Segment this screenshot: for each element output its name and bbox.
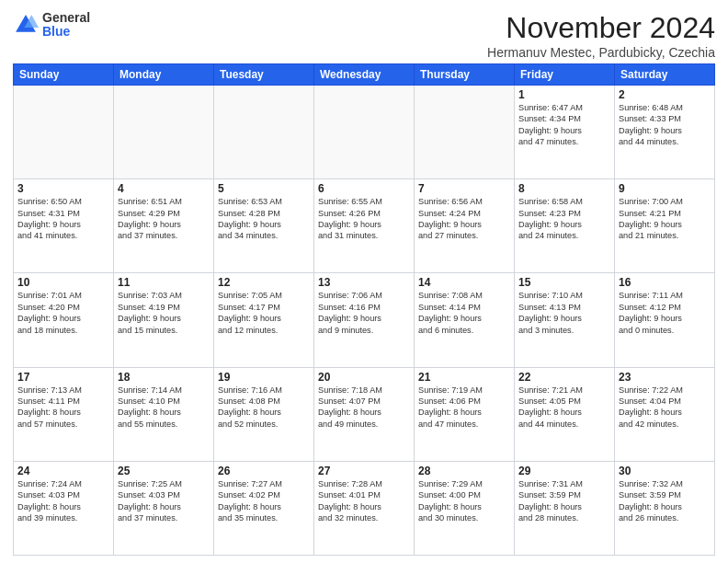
day-number: 17: [17, 371, 109, 384]
logo-text: General Blue: [42, 11, 90, 40]
day-info: Sunrise: 7:29 AMSunset: 4:00 PMDaylight:…: [418, 478, 510, 524]
calendar-header: Sunday Monday Tuesday Wednesday Thursday…: [14, 64, 715, 86]
calendar-cell: 26Sunrise: 7:27 AMSunset: 4:02 PMDayligh…: [214, 461, 314, 555]
day-number: 6: [318, 182, 410, 195]
calendar-cell: 28Sunrise: 7:29 AMSunset: 4:00 PMDayligh…: [415, 461, 515, 555]
day-info: Sunrise: 7:32 AMSunset: 3:59 PMDaylight:…: [619, 478, 711, 524]
col-thursday: Thursday: [415, 64, 515, 86]
col-friday: Friday: [515, 64, 615, 86]
day-info: Sunrise: 7:13 AMSunset: 4:11 PMDaylight:…: [17, 385, 109, 431]
day-info: Sunrise: 7:28 AMSunset: 4:01 PMDaylight:…: [318, 478, 410, 524]
calendar-table: Sunday Monday Tuesday Wednesday Thursday…: [13, 63, 715, 556]
day-info: Sunrise: 6:58 AMSunset: 4:23 PMDaylight:…: [518, 196, 610, 242]
calendar-cell: 10Sunrise: 7:01 AMSunset: 4:20 PMDayligh…: [14, 273, 114, 367]
calendar-cell: 1Sunrise: 6:47 AMSunset: 4:34 PMDaylight…: [515, 86, 615, 179]
calendar-body: 1Sunrise: 6:47 AMSunset: 4:34 PMDaylight…: [14, 86, 715, 556]
day-info: Sunrise: 6:47 AMSunset: 4:34 PMDaylight:…: [518, 102, 610, 148]
calendar-week-4: 24Sunrise: 7:24 AMSunset: 4:03 PMDayligh…: [14, 461, 715, 555]
calendar-cell: 5Sunrise: 6:53 AMSunset: 4:28 PMDaylight…: [214, 179, 314, 273]
day-number: 28: [418, 465, 510, 477]
day-number: 12: [218, 276, 310, 289]
calendar-week-2: 10Sunrise: 7:01 AMSunset: 4:20 PMDayligh…: [14, 273, 715, 367]
day-info: Sunrise: 7:27 AMSunset: 4:02 PMDaylight:…: [218, 478, 310, 524]
calendar-cell: 9Sunrise: 7:00 AMSunset: 4:21 PMDaylight…: [615, 179, 715, 273]
day-number: 27: [318, 465, 410, 477]
day-info: Sunrise: 7:06 AMSunset: 4:16 PMDaylight:…: [318, 290, 410, 336]
calendar-cell: 30Sunrise: 7:32 AMSunset: 3:59 PMDayligh…: [615, 461, 715, 555]
day-info: Sunrise: 7:05 AMSunset: 4:17 PMDaylight:…: [218, 290, 310, 336]
day-number: 5: [218, 182, 310, 195]
logo-blue-label: Blue: [42, 25, 90, 39]
day-number: 29: [518, 465, 610, 477]
day-info: Sunrise: 6:50 AMSunset: 4:31 PMDaylight:…: [17, 196, 109, 242]
day-info: Sunrise: 7:00 AMSunset: 4:21 PMDaylight:…: [619, 196, 711, 242]
subtitle: Hermanuv Mestec, Pardubicky, Czechia: [487, 45, 715, 60]
day-number: 15: [518, 276, 610, 289]
col-saturday: Saturday: [615, 64, 715, 86]
calendar-cell: 29Sunrise: 7:31 AMSunset: 3:59 PMDayligh…: [515, 461, 615, 555]
day-number: 10: [17, 276, 109, 289]
calendar-cell: 7Sunrise: 6:56 AMSunset: 4:24 PMDaylight…: [415, 179, 515, 273]
day-info: Sunrise: 7:16 AMSunset: 4:08 PMDaylight:…: [218, 385, 310, 431]
day-number: 1: [518, 88, 610, 101]
day-number: 24: [17, 465, 109, 477]
day-number: 9: [619, 182, 711, 195]
day-number: 16: [619, 276, 711, 289]
calendar-cell: 25Sunrise: 7:25 AMSunset: 4:03 PMDayligh…: [114, 461, 214, 555]
calendar-cell: 6Sunrise: 6:55 AMSunset: 4:26 PMDaylight…: [314, 179, 415, 273]
calendar-week-0: 1Sunrise: 6:47 AMSunset: 4:34 PMDaylight…: [14, 86, 715, 179]
day-number: 25: [118, 465, 210, 477]
calendar-week-3: 17Sunrise: 7:13 AMSunset: 4:11 PMDayligh…: [14, 367, 715, 461]
calendar-cell: 3Sunrise: 6:50 AMSunset: 4:31 PMDaylight…: [14, 179, 114, 273]
day-number: 21: [418, 371, 510, 384]
calendar-cell: 19Sunrise: 7:16 AMSunset: 4:08 PMDayligh…: [214, 367, 314, 461]
day-number: 4: [118, 182, 210, 195]
day-info: Sunrise: 7:08 AMSunset: 4:14 PMDaylight:…: [418, 290, 510, 336]
calendar-cell: 8Sunrise: 6:58 AMSunset: 4:23 PMDaylight…: [515, 179, 615, 273]
calendar-cell: 12Sunrise: 7:05 AMSunset: 4:17 PMDayligh…: [214, 273, 314, 367]
day-info: Sunrise: 7:01 AMSunset: 4:20 PMDaylight:…: [17, 290, 109, 336]
calendar-week-1: 3Sunrise: 6:50 AMSunset: 4:31 PMDaylight…: [14, 179, 715, 273]
day-number: 22: [518, 371, 610, 384]
day-number: 26: [218, 465, 310, 477]
col-sunday: Sunday: [14, 64, 114, 86]
calendar-cell: [415, 86, 515, 179]
day-number: 14: [418, 276, 510, 289]
calendar-cell: [314, 86, 415, 179]
calendar-cell: 15Sunrise: 7:10 AMSunset: 4:13 PMDayligh…: [515, 273, 615, 367]
day-number: 11: [118, 276, 210, 289]
day-info: Sunrise: 7:03 AMSunset: 4:19 PMDaylight:…: [118, 290, 210, 336]
day-info: Sunrise: 7:19 AMSunset: 4:06 PMDaylight:…: [418, 385, 510, 431]
day-number: 8: [518, 182, 610, 195]
col-monday: Monday: [114, 64, 214, 86]
day-info: Sunrise: 7:22 AMSunset: 4:04 PMDaylight:…: [619, 385, 711, 431]
day-info: Sunrise: 6:51 AMSunset: 4:29 PMDaylight:…: [118, 196, 210, 242]
calendar-cell: 11Sunrise: 7:03 AMSunset: 4:19 PMDayligh…: [114, 273, 214, 367]
logo-icon: [13, 12, 39, 38]
page: General Blue November 2024 Hermanuv Mest…: [0, 0, 728, 563]
calendar-cell: 14Sunrise: 7:08 AMSunset: 4:14 PMDayligh…: [415, 273, 515, 367]
calendar-cell: 2Sunrise: 6:48 AMSunset: 4:33 PMDaylight…: [615, 86, 715, 179]
day-number: 30: [619, 465, 711, 477]
day-number: 13: [318, 276, 410, 289]
calendar-cell: 22Sunrise: 7:21 AMSunset: 4:05 PMDayligh…: [515, 367, 615, 461]
day-number: 18: [118, 371, 210, 384]
title-section: November 2024 Hermanuv Mestec, Pardubick…: [487, 11, 715, 60]
header-row: Sunday Monday Tuesday Wednesday Thursday…: [14, 64, 715, 86]
day-info: Sunrise: 7:25 AMSunset: 4:03 PMDaylight:…: [118, 478, 210, 524]
day-number: 7: [418, 182, 510, 195]
day-info: Sunrise: 6:56 AMSunset: 4:24 PMDaylight:…: [418, 196, 510, 242]
calendar-cell: 20Sunrise: 7:18 AMSunset: 4:07 PMDayligh…: [314, 367, 415, 461]
day-info: Sunrise: 6:53 AMSunset: 4:28 PMDaylight:…: [218, 196, 310, 242]
col-wednesday: Wednesday: [314, 64, 415, 86]
day-number: 20: [318, 371, 410, 384]
day-info: Sunrise: 7:18 AMSunset: 4:07 PMDaylight:…: [318, 385, 410, 431]
day-number: 23: [619, 371, 711, 384]
calendar-cell: 24Sunrise: 7:24 AMSunset: 4:03 PMDayligh…: [14, 461, 114, 555]
calendar-cell: [214, 86, 314, 179]
calendar-cell: 16Sunrise: 7:11 AMSunset: 4:12 PMDayligh…: [615, 273, 715, 367]
calendar-cell: 27Sunrise: 7:28 AMSunset: 4:01 PMDayligh…: [314, 461, 415, 555]
calendar-cell: 17Sunrise: 7:13 AMSunset: 4:11 PMDayligh…: [14, 367, 114, 461]
day-info: Sunrise: 7:14 AMSunset: 4:10 PMDaylight:…: [118, 385, 210, 431]
col-tuesday: Tuesday: [214, 64, 314, 86]
